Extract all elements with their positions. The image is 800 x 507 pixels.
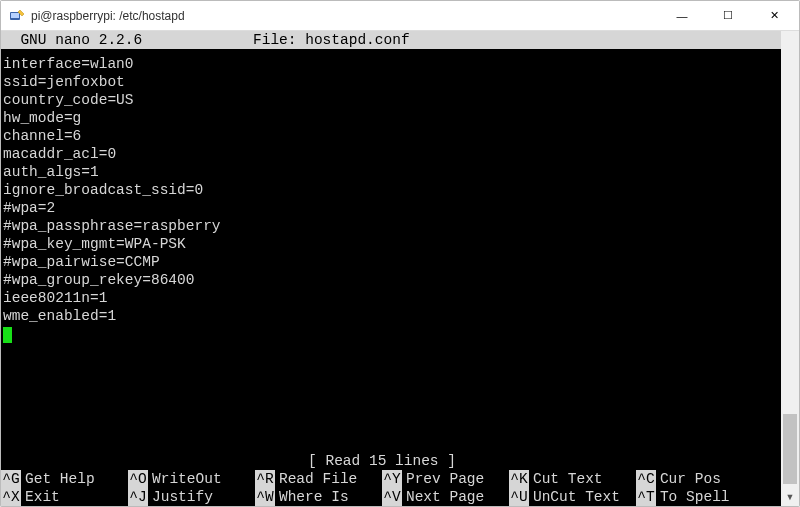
shortcut-prev-page[interactable]: ^YPrev Page: [382, 470, 509, 488]
shortcut-key: ^R: [255, 470, 275, 488]
window-title: pi@raspberrypi: /etc/hostapd: [31, 9, 659, 23]
shortcut-cut-text[interactable]: ^KCut Text: [509, 470, 636, 488]
shortcut-row-1: ^GGet Help ^OWriteOut ^RRead File ^YPrev…: [1, 470, 763, 488]
editor-line: auth_algs=1: [3, 163, 779, 181]
shortcut-key: ^V: [382, 488, 402, 506]
shortcut-key: ^X: [1, 488, 21, 506]
nano-shortcuts: ^GGet Help ^OWriteOut ^RRead File ^YPrev…: [1, 470, 763, 506]
shortcut-label: WriteOut: [148, 470, 222, 488]
shortcut-get-help[interactable]: ^GGet Help: [1, 470, 128, 488]
scrollbar-thumb[interactable]: [783, 414, 797, 484]
nano-file-label: File: hostapd.conf: [253, 31, 410, 49]
shortcut-justify[interactable]: ^JJustify: [128, 488, 255, 506]
status-text: [ Read 15 lines ]: [308, 452, 456, 470]
shortcut-uncut-text[interactable]: ^UUnCut Text: [509, 488, 636, 506]
shortcut-key: ^C: [636, 470, 656, 488]
shortcut-label: Cur Pos: [656, 470, 721, 488]
editor-line: #wpa=2: [3, 199, 779, 217]
shortcut-label: Next Page: [402, 488, 484, 506]
shortcut-cur-pos[interactable]: ^CCur Pos: [636, 470, 763, 488]
shortcut-next-page[interactable]: ^VNext Page: [382, 488, 509, 506]
titlebar[interactable]: pi@raspberrypi: /etc/hostapd — ☐ ✕: [1, 1, 799, 31]
shortcut-label: Exit: [21, 488, 60, 506]
shortcut-label: To Spell: [656, 488, 730, 506]
editor-line: #wpa_passphrase=raspberry: [3, 217, 779, 235]
cursor: [3, 327, 12, 343]
terminal[interactable]: GNU nano 2.2.6 File: hostapd.conf interf…: [1, 31, 781, 506]
shortcut-row-2: ^XExit ^JJustify ^WWhere Is ^VNext Page …: [1, 488, 763, 506]
close-button[interactable]: ✕: [751, 1, 797, 30]
editor-line: ssid=jenfoxbot: [3, 73, 779, 91]
nano-header: GNU nano 2.2.6 File: hostapd.conf: [1, 31, 781, 49]
shortcut-key: ^U: [509, 488, 529, 506]
editor-line: hw_mode=g: [3, 109, 779, 127]
shortcut-key: ^W: [255, 488, 275, 506]
nano-app-name: GNU nano 2.2.6: [3, 31, 253, 49]
editor-line: #wpa_key_mgmt=WPA-PSK: [3, 235, 779, 253]
editor-line: macaddr_acl=0: [3, 145, 779, 163]
shortcut-key: ^O: [128, 470, 148, 488]
editor-line: channel=6: [3, 127, 779, 145]
window-controls: — ☐ ✕: [659, 1, 797, 30]
shortcut-label: Prev Page: [402, 470, 484, 488]
shortcut-key: ^Y: [382, 470, 402, 488]
shortcut-exit[interactable]: ^XExit: [1, 488, 128, 506]
editor-line: interface=wlan0: [3, 55, 779, 73]
nano-status: [ Read 15 lines ]: [1, 452, 763, 470]
editor-line: #wpa_group_rekey=86400: [3, 271, 779, 289]
minimize-button[interactable]: —: [659, 1, 705, 30]
shortcut-label: Cut Text: [529, 470, 603, 488]
app-icon: [9, 8, 25, 24]
shortcut-key: ^G: [1, 470, 21, 488]
editor-cursor-line: [3, 325, 779, 343]
shortcut-key: ^K: [509, 470, 529, 488]
shortcut-label: Read File: [275, 470, 357, 488]
editor-line: country_code=US: [3, 91, 779, 109]
shortcut-key: ^J: [128, 488, 148, 506]
app-window: pi@raspberrypi: /etc/hostapd — ☐ ✕ GNU n…: [0, 0, 800, 507]
shortcut-read-file[interactable]: ^RRead File: [255, 470, 382, 488]
scrollbar-down-icon[interactable]: ▼: [781, 488, 799, 506]
shortcut-label: Get Help: [21, 470, 95, 488]
maximize-button[interactable]: ☐: [705, 1, 751, 30]
editor-line: wme_enabled=1: [3, 307, 779, 325]
editor-area[interactable]: interface=wlan0 ssid=jenfoxbot country_c…: [1, 49, 781, 343]
editor-line: ieee80211n=1: [3, 289, 779, 307]
shortcut-to-spell[interactable]: ^TTo Spell: [636, 488, 763, 506]
editor-line: #wpa_pairwise=CCMP: [3, 253, 779, 271]
shortcut-where-is[interactable]: ^WWhere Is: [255, 488, 382, 506]
shortcut-label: Where Is: [275, 488, 349, 506]
editor-line: ignore_broadcast_ssid=0: [3, 181, 779, 199]
shortcut-key: ^T: [636, 488, 656, 506]
svg-rect-1: [11, 13, 19, 18]
shortcut-label: UnCut Text: [529, 488, 620, 506]
shortcut-writeout[interactable]: ^OWriteOut: [128, 470, 255, 488]
shortcut-label: Justify: [148, 488, 213, 506]
terminal-wrap: GNU nano 2.2.6 File: hostapd.conf interf…: [1, 31, 799, 506]
terminal-scrollbar[interactable]: ▼: [781, 31, 799, 506]
